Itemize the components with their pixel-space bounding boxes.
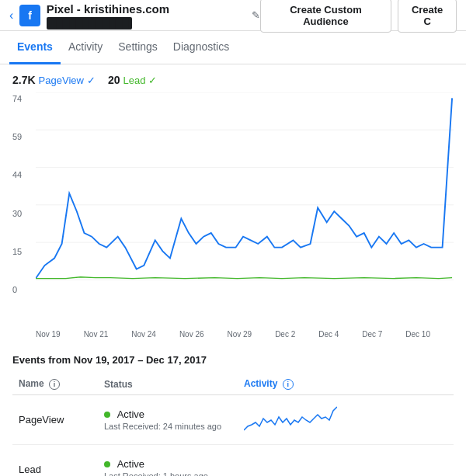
- tab-activity[interactable]: Activity: [61, 31, 110, 64]
- pageview-value: 2.7K: [12, 74, 36, 86]
- activity-info-icon[interactable]: i: [283, 379, 294, 390]
- back-button[interactable]: ‹: [9, 9, 13, 23]
- status-last-received: Last Received: 24 minutes ago: [104, 422, 231, 431]
- page-header: ‹ f Pixel - kristihines.com ████████████…: [0, 0, 466, 31]
- events-table: Name i Status Activity i PageView Active…: [12, 374, 454, 476]
- masked-account-id: ████████████: [47, 17, 132, 30]
- x-axis-labels: Nov 19 Nov 21 Nov 24 Nov 26 Nov 29 Dec 2…: [12, 328, 454, 339]
- table-header-row: Name i Status Activity i: [12, 374, 454, 395]
- legend-pageview: 2.7K PageView ✓: [12, 74, 96, 86]
- tab-events[interactable]: Events: [9, 31, 61, 64]
- create-button[interactable]: Create C: [398, 0, 457, 33]
- event-status-pageview: Active Last Received: 24 minutes ago: [98, 395, 238, 445]
- pageview-line: [36, 98, 452, 278]
- activity-sparkline-lead: [244, 453, 337, 476]
- event-name-pageview: PageView: [12, 395, 98, 445]
- name-info-icon[interactable]: i: [49, 379, 60, 390]
- status-dot-active: [104, 461, 110, 467]
- col-header-activity: Activity i: [238, 374, 454, 395]
- event-name-lead: Lead: [12, 445, 98, 477]
- table-row: PageView Active Last Received: 24 minute…: [12, 395, 454, 445]
- status-indicator: Active: [104, 408, 231, 420]
- header-actions: Create Custom Audience Create C: [260, 0, 457, 33]
- status-active-label: Active: [117, 408, 144, 420]
- lead-label: Lead: [123, 75, 145, 86]
- activity-sparkline-pageview: [244, 403, 337, 434]
- chart-svg: [36, 92, 454, 294]
- chart-legend: 2.7K PageView ✓ 20 Lead ✓: [12, 74, 454, 86]
- event-status-lead: Active Last Received: 1 hours ago: [98, 445, 238, 477]
- pageview-label: PageView: [39, 75, 84, 86]
- status-indicator: Active: [104, 458, 231, 470]
- status-dot-active: [104, 412, 110, 418]
- pixel-icon: f: [19, 5, 40, 26]
- pageview-check: ✓: [87, 75, 96, 86]
- lead-line: [36, 277, 452, 279]
- lead-value: 20: [108, 74, 120, 86]
- legend-lead: 20 Lead ✓: [108, 74, 158, 86]
- create-custom-audience-button[interactable]: Create Custom Audience: [260, 0, 392, 33]
- edit-icon[interactable]: ✎: [252, 9, 260, 21]
- event-activity-lead: [238, 445, 454, 477]
- col-header-name: Name i: [12, 374, 98, 395]
- lead-check: ✓: [148, 75, 157, 86]
- chart-section: 2.7K PageView ✓ 20 Lead ✓ 74 59 44 30 15…: [0, 64, 466, 345]
- header-left: ‹ f Pixel - kristihines.com ████████████…: [9, 2, 260, 29]
- col-header-status: Status: [98, 374, 238, 395]
- status-last-received: Last Received: 1 hours ago: [104, 471, 231, 476]
- events-date-range: Events from Nov 19, 2017 – Dec 17, 2017: [12, 354, 454, 366]
- event-activity-pageview: [238, 395, 454, 445]
- tab-diagnostics[interactable]: Diagnostics: [165, 31, 237, 64]
- table-row: Lead Active Last Received: 1 hours ago: [12, 445, 454, 477]
- page-title: Pixel - kristihines.com ████████████: [47, 2, 245, 29]
- nav-tabs: Events Activity Settings Diagnostics: [0, 31, 466, 64]
- tab-settings[interactable]: Settings: [110, 31, 165, 64]
- events-section: Events from Nov 19, 2017 – Dec 17, 2017 …: [0, 345, 466, 476]
- status-active-label: Active: [117, 458, 144, 470]
- line-chart: 74 59 44 30 15 0: [12, 92, 454, 325]
- y-axis-labels: 74 59 44 30 15 0: [12, 92, 34, 294]
